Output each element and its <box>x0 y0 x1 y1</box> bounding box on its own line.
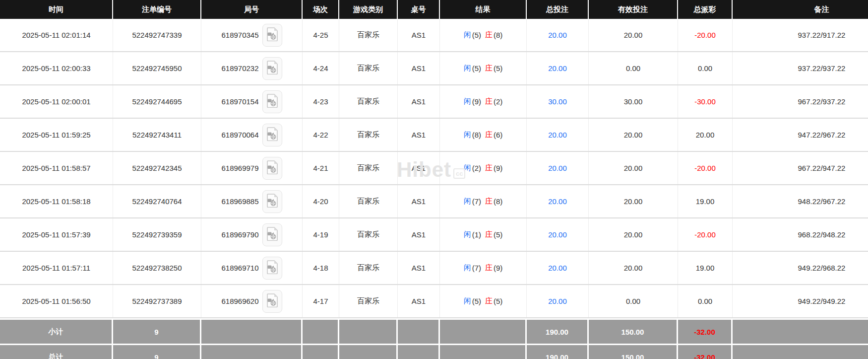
video-replay-button[interactable] <box>262 190 282 213</box>
table-header-row: 时间注单编号局号场次游戏类别桌号结果总投注有效投注总派彩备注 <box>0 0 868 19</box>
cell-game_type: 百家乐 <box>339 285 398 317</box>
total-label: 总计 <box>49 353 63 359</box>
subtotal-cell-payout: -32.00 <box>678 320 733 344</box>
cell-session-value: 4-24 <box>313 64 328 72</box>
cell-game_type: 百家乐 <box>339 152 398 184</box>
cell-total_bet-value: 20.00 <box>548 131 567 139</box>
cell-payout-value: -20.00 <box>694 31 716 39</box>
film-icon <box>266 293 278 309</box>
cell-time-value: 2025-05-11 01:58:18 <box>22 197 90 206</box>
cell-remark-value: 949.22/949.22 <box>798 297 846 305</box>
cell-remark-value: 937.22/917.22 <box>798 31 846 39</box>
cell-payout-value: 0.00 <box>698 297 712 305</box>
cell-valid_bet-value: 30.00 <box>624 97 643 106</box>
cell-total_bet-value: 20.00 <box>548 264 567 272</box>
cell-table_no: AS1 <box>398 85 440 118</box>
video-replay-button[interactable] <box>262 157 282 180</box>
cell-game_type: 百家乐 <box>339 19 398 51</box>
cell-order_no: 522492744695 <box>113 85 201 118</box>
cell-payout: -20.00 <box>678 218 733 251</box>
round-number: 618970345 <box>221 31 258 39</box>
cell-valid_bet: 20.00 <box>589 19 678 51</box>
cell-payout: 19.00 <box>678 252 733 284</box>
subtotal-cell-valid_bet: 150.00 <box>589 320 678 344</box>
total-cell-time: 总计 <box>0 345 113 359</box>
cell-time-value: 2025-05-11 01:59:25 <box>22 131 90 139</box>
column-header-order_no: 注单编号 <box>113 0 201 19</box>
video-replay-button[interactable] <box>262 290 282 313</box>
cell-valid_bet-value: 20.00 <box>624 264 643 272</box>
cell-total_bet-value: 20.00 <box>548 297 567 305</box>
cell-round_no: 618969885 <box>201 185 303 217</box>
subtotal-cell-time: 小计 <box>0 320 113 344</box>
film-icon <box>266 194 278 209</box>
total-cell-table_no <box>398 345 440 359</box>
result-banker-label: 庄 <box>485 263 493 273</box>
cell-session-value: 4-17 <box>313 297 328 305</box>
total-cell-total_bet: 190.00 <box>527 345 589 359</box>
cell-order_no-value: 522492738250 <box>132 264 182 272</box>
result-player-label: 闲 <box>464 263 471 273</box>
video-replay-button[interactable] <box>262 124 282 146</box>
result-banker-score: (9) <box>494 164 502 172</box>
total-valid_bet: 150.00 <box>621 353 644 359</box>
column-header-remark: 备注 <box>733 0 868 19</box>
cell-session: 4-19 <box>303 218 339 251</box>
video-replay-button[interactable] <box>262 57 282 80</box>
cell-order_no: 522492739359 <box>113 218 201 251</box>
film-icon <box>266 227 278 242</box>
total-total_bet: 190.00 <box>546 353 568 359</box>
cell-order_no: 522492743411 <box>113 119 201 151</box>
cell-total_bet: 20.00 <box>527 285 589 317</box>
result-banker-score: (9) <box>494 264 502 272</box>
cell-valid_bet: 20.00 <box>589 185 678 217</box>
cell-order_no: 522492737389 <box>113 285 201 317</box>
cell-session-value: 4-22 <box>313 131 328 139</box>
video-replay-button[interactable] <box>262 24 282 47</box>
cell-payout: 20.00 <box>678 119 733 151</box>
round-number: 618970154 <box>221 97 258 106</box>
cell-time: 2025-05-11 01:59:25 <box>0 119 113 151</box>
subtotal-order_count: 9 <box>154 328 158 336</box>
video-replay-button[interactable] <box>262 90 282 113</box>
table-row: 2025-05-11 01:59:25522492743411618970064… <box>0 119 868 152</box>
cell-table_no-value: AS1 <box>412 230 426 239</box>
cell-payout-value: 20.00 <box>696 131 715 139</box>
cell-table_no: AS1 <box>398 52 440 84</box>
cell-total_bet-value: 20.00 <box>548 197 567 206</box>
result-player-score: (9) <box>472 97 481 106</box>
cell-remark: 937.22/917.22 <box>733 19 868 51</box>
cell-result: 闲(9)庄(2) <box>440 85 527 118</box>
subtotal-cell-order_no: 9 <box>113 320 201 344</box>
result-banker-label: 庄 <box>485 130 493 140</box>
column-header-table_no: 桌号 <box>398 0 440 19</box>
round-number: 618969790 <box>221 230 258 239</box>
total-cell-remark <box>733 345 868 359</box>
cell-valid_bet: 20.00 <box>589 152 678 184</box>
result-player-label: 闲 <box>464 64 471 73</box>
cell-order_no: 522492747339 <box>113 19 201 51</box>
cell-time: 2025-05-11 02:01:14 <box>0 19 113 51</box>
cell-result: 闲(7)庄(9) <box>440 252 527 284</box>
cell-remark-value: 947.22/967.22 <box>798 131 846 139</box>
video-replay-button[interactable] <box>262 257 282 280</box>
film-icon <box>266 160 278 176</box>
cell-valid_bet-value: 20.00 <box>624 31 643 39</box>
total-cell-game_type <box>339 345 398 359</box>
total-cell-order_no: 9 <box>113 345 201 359</box>
cell-round_no: 618970154 <box>201 85 303 118</box>
cell-game_type-value: 百家乐 <box>357 97 379 106</box>
video-replay-button[interactable] <box>262 223 282 246</box>
cell-valid_bet: 20.00 <box>589 119 678 151</box>
cell-session-value: 4-25 <box>313 31 328 39</box>
cell-result: 闲(2)庄(9) <box>440 152 527 184</box>
subtotal-cell-session <box>303 320 339 344</box>
cell-valid_bet: 30.00 <box>589 85 678 118</box>
cell-table_no-value: AS1 <box>412 64 426 72</box>
cell-game_type-value: 百家乐 <box>357 163 379 173</box>
cell-session: 4-24 <box>303 52 339 84</box>
cell-remark: 967.22/937.22 <box>733 85 868 118</box>
cell-payout: 0.00 <box>678 52 733 84</box>
cell-order_no: 522492742345 <box>113 152 201 184</box>
cell-round_no: 618969710 <box>201 252 303 284</box>
